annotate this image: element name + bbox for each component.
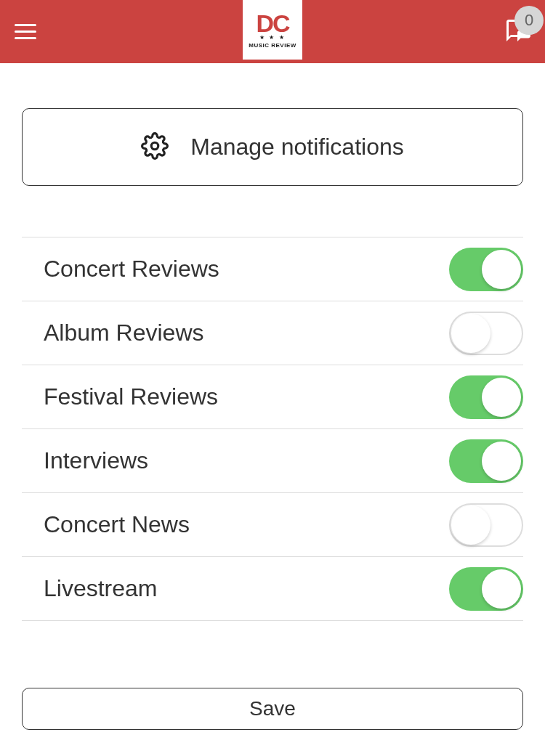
manage-notifications-button[interactable]: Manage notifications: [22, 108, 523, 186]
toggle-knob: [482, 442, 521, 481]
toggle-label: Concert Reviews: [44, 256, 219, 283]
toggle-switch[interactable]: [449, 503, 523, 547]
logo-main: DC: [256, 11, 288, 36]
toggle-row: Interviews: [22, 429, 523, 493]
chat-badge: 0: [514, 6, 544, 35]
save-button[interactable]: Save: [22, 688, 523, 730]
toggle-label: Festival Reviews: [44, 383, 218, 410]
toggle-knob: [482, 250, 521, 289]
toggle-knob: [451, 314, 490, 353]
toggle-row: Album Reviews: [22, 301, 523, 365]
toggle-switch[interactable]: [449, 439, 523, 483]
chat-icon: [504, 33, 530, 46]
toggle-row: Concert News: [22, 493, 523, 557]
toggle-row: Livestream: [22, 557, 523, 621]
chat-button[interactable]: 0: [504, 17, 530, 46]
save-label: Save: [249, 697, 296, 720]
toggle-label: Album Reviews: [44, 320, 204, 346]
manage-notifications-label: Manage notifications: [190, 134, 404, 160]
notification-toggle-list: Concert ReviewsAlbum ReviewsFestival Rev…: [22, 237, 523, 621]
menu-button[interactable]: [15, 24, 36, 39]
toggle-row: Festival Reviews: [22, 365, 523, 429]
toggle-switch[interactable]: [449, 312, 523, 355]
logo-subtitle: MUSIC REVIEW: [249, 42, 296, 49]
toggle-label: Concert News: [44, 511, 190, 538]
toggle-row: Concert Reviews: [22, 237, 523, 301]
toggle-switch[interactable]: [449, 248, 523, 291]
logo[interactable]: DC ★ ★ ★ MUSIC REVIEW: [243, 0, 302, 60]
toggle-label: Interviews: [44, 447, 148, 474]
toggle-label: Livestream: [44, 575, 158, 602]
toggle-switch[interactable]: [449, 375, 523, 419]
svg-point-0: [151, 142, 158, 150]
app-header: DC ★ ★ ★ MUSIC REVIEW 0: [0, 0, 545, 63]
toggle-knob: [482, 378, 521, 417]
toggle-knob: [482, 569, 521, 609]
toggle-knob: [451, 505, 490, 545]
toggle-switch[interactable]: [449, 567, 523, 611]
gear-icon: [141, 132, 169, 163]
